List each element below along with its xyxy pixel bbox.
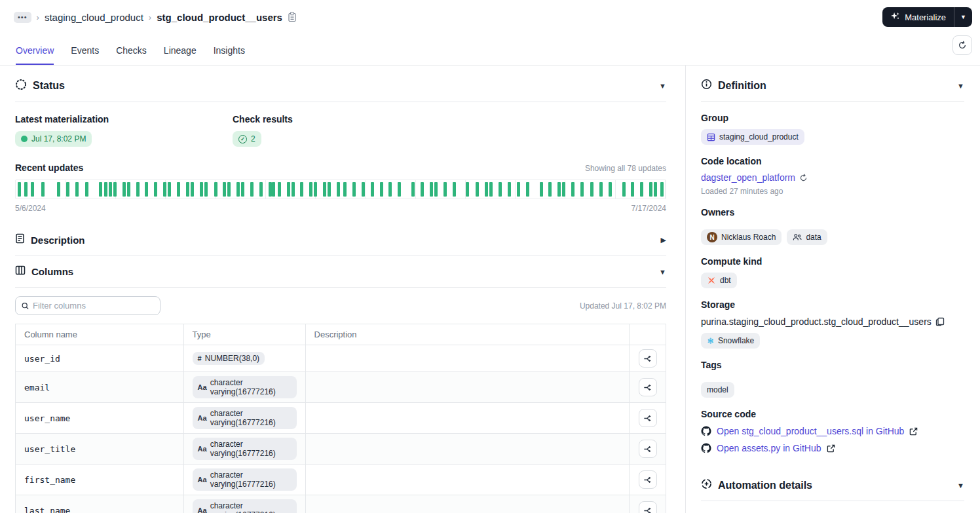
latest-materialization-pill[interactable]: Jul 17, 8:02 PM [15,131,92,147]
tab-overview[interactable]: Overview [16,45,54,65]
materialization-tick[interactable] [191,182,194,197]
collapse-definition-icon[interactable]: ▼ [957,82,964,90]
materialization-tick[interactable] [380,182,383,197]
materialization-tick[interactable] [127,182,130,197]
materialization-tick[interactable] [204,182,208,197]
column-lineage-button[interactable] [639,349,657,368]
materialization-tick[interactable] [223,182,226,197]
compute-kind-pill[interactable]: dbt [701,273,737,288]
materialization-tick[interactable] [476,182,479,197]
materialization-tick[interactable] [485,182,488,197]
github-source-link[interactable]: Open assets.py in GitHub [701,443,964,453]
breadcrumb-parent[interactable]: staging_cloud_product [45,12,143,23]
materialization-tick[interactable] [434,182,438,197]
materialization-tick[interactable] [540,182,543,197]
materialization-tick[interactable] [343,182,347,197]
check-results-pill[interactable]: ✓ 2 [233,131,261,147]
materialization-tick[interactable] [526,182,529,197]
materialization-tick[interactable] [654,182,657,197]
materialization-tick[interactable] [214,182,217,197]
materialization-tick[interactable] [548,182,552,197]
materialization-tick[interactable] [109,182,112,197]
materialization-tick[interactable] [599,182,603,197]
materialization-tick[interactable] [57,182,60,197]
materialization-tick[interactable] [163,182,166,197]
github-source-link[interactable]: Open stg_cloud_product__users.sql in Git… [701,426,964,436]
materialization-tick[interactable] [562,182,565,197]
refresh-button[interactable] [952,35,972,55]
materialization-tick[interactable] [466,182,469,197]
materialization-tick[interactable] [18,182,21,197]
materialization-tick[interactable] [622,182,626,197]
materialization-tick[interactable] [590,182,594,197]
copy-storage-path-icon[interactable] [935,317,945,326]
materialization-tick[interactable] [352,182,356,197]
materialization-tick[interactable] [241,182,244,197]
materialization-tick[interactable] [499,182,502,197]
group-pill[interactable]: staging_cloud_product [701,129,804,145]
materialization-tick[interactable] [136,182,140,197]
collapse-status-icon[interactable]: ▼ [659,82,666,90]
materialization-tick[interactable] [278,182,281,197]
collapse-automation-icon[interactable]: ▼ [957,482,964,489]
materialization-tick[interactable] [309,182,312,197]
column-lineage-button[interactable] [639,440,657,458]
materialization-tick[interactable] [85,182,88,197]
filter-columns-input[interactable] [33,301,154,311]
materialization-tick[interactable] [272,182,275,197]
copy-asset-name-icon[interactable] [288,12,297,22]
column-lineage-button[interactable] [639,470,657,489]
materialization-tick[interactable] [371,182,374,197]
collapse-columns-icon[interactable]: ▼ [659,268,666,276]
materialization-tick[interactable] [631,182,634,197]
storage-platform-pill[interactable]: ❄ Snowflake [701,333,760,349]
materialization-tick[interactable] [580,182,584,197]
breadcrumb-ellipsis-button[interactable]: ••• [14,12,31,23]
materialization-tick[interactable] [41,182,45,197]
materialize-button[interactable]: Materialize [882,7,954,27]
materialization-tick[interactable] [145,182,148,197]
materialization-tick[interactable] [200,182,203,197]
materialization-tick[interactable] [421,182,424,197]
materialize-dropdown-button[interactable]: ▼ [954,7,972,27]
materialization-tick[interactable] [388,182,392,197]
code-location-link[interactable]: dagster_open_platform [701,172,795,183]
materialization-tick[interactable] [398,182,401,197]
materialization-tick[interactable] [314,182,317,197]
materialization-tick[interactable] [168,182,171,197]
materialization-tick[interactable] [411,182,415,197]
tab-checks[interactable]: Checks [116,45,147,65]
materialization-tick[interactable] [287,182,290,197]
github-link-text[interactable]: Open assets.py in GitHub [717,443,821,453]
materialization-tick[interactable] [362,182,365,197]
materialization-tick[interactable] [557,182,561,197]
materialization-tick[interactable] [609,182,612,197]
materialization-tick[interactable] [122,182,126,197]
tab-events[interactable]: Events [71,45,99,65]
materialization-tick[interactable] [443,182,447,197]
materialization-tick[interactable] [31,182,34,197]
materialization-tick[interactable] [517,182,520,197]
materialization-tick[interactable] [186,182,189,197]
materialization-tick[interactable] [453,182,456,197]
materialization-tick[interactable] [430,182,433,197]
tab-lineage[interactable]: Lineage [164,45,197,65]
materialization-tick[interactable] [66,182,69,197]
materialization-tick[interactable] [75,182,79,197]
tab-insights[interactable]: Insights [214,45,245,65]
materialization-tick[interactable] [24,182,28,197]
materialization-tick[interactable] [99,182,102,197]
reload-location-icon[interactable] [799,174,808,182]
materialization-tick[interactable] [640,182,643,197]
column-lineage-button[interactable] [639,501,657,513]
materialization-tick[interactable] [660,182,664,197]
filter-columns-searchbox[interactable] [15,296,160,315]
materialization-tick[interactable] [323,182,326,197]
owner-team-pill[interactable]: data [787,229,827,245]
recent-updates-timeline[interactable] [15,180,666,199]
materialize-split-button[interactable]: Materialize ▼ [882,7,972,27]
materialization-tick[interactable] [337,182,340,197]
column-lineage-button[interactable] [639,378,657,396]
tag-pill[interactable]: model [701,382,734,398]
materialization-tick[interactable] [292,182,295,197]
